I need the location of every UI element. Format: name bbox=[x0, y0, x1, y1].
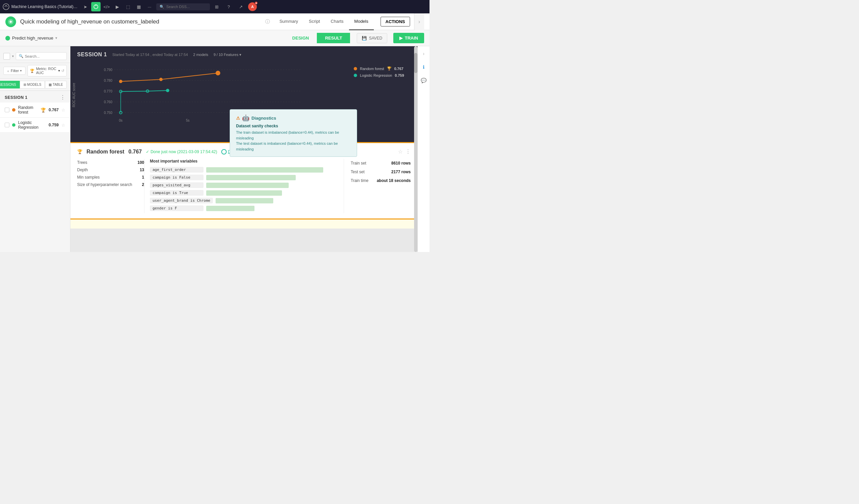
sidebar: ▾ 🔍 ⬦ Filter ▾ 🏆 Metric: ROC AUC ▾ ↺ ≡ bbox=[0, 46, 71, 252]
session-menu-button[interactable]: ⋮ bbox=[60, 94, 65, 101]
diagnostics-popup: ⚠ 🤖 Diagnostics Dataset sanity checks Th… bbox=[230, 109, 357, 157]
var-bar-5 bbox=[206, 206, 255, 211]
models-view-btn[interactable]: ⊞ MODELS bbox=[20, 81, 45, 89]
tab-charts[interactable]: Charts bbox=[325, 13, 349, 30]
trending-icon[interactable]: ↗ bbox=[236, 2, 245, 11]
nav-play-icon[interactable]: ▶ bbox=[112, 2, 122, 11]
param-depth-label: Depth bbox=[77, 168, 88, 172]
nav-table-icon[interactable]: ▦ bbox=[134, 2, 144, 11]
y-axis-label: ROC AUC score bbox=[72, 83, 76, 107]
vars-title: Most important variables bbox=[150, 159, 344, 164]
model-params: Trees 100 Depth 13 Min samples 1 Size of… bbox=[77, 159, 144, 213]
right-arrow-icon[interactable]: › bbox=[419, 49, 428, 58]
tab-script[interactable]: Script bbox=[303, 13, 325, 30]
star-icon-rf[interactable]: ☆ bbox=[61, 108, 65, 112]
diagnostics-subtitle: Dataset sanity checks bbox=[236, 124, 351, 128]
filter-button[interactable]: ⬦ Filter ▾ bbox=[3, 67, 26, 75]
global-search[interactable]: 🔍 bbox=[156, 3, 210, 10]
rf-point-3 bbox=[215, 71, 220, 75]
grid-icon[interactable]: ⊞ bbox=[212, 2, 221, 11]
chart-area: ROC AUC score 0.790 0.780 0.770 0.760 0.… bbox=[77, 63, 411, 137]
stat-train-time: Train time about 18 seconds bbox=[351, 176, 411, 185]
train-button[interactable]: ▶ TRAIN bbox=[393, 33, 424, 43]
scrollbar-thumb[interactable] bbox=[414, 53, 418, 73]
model-item-logistic[interactable]: Logistic Regression 0.759 ☆ bbox=[0, 118, 70, 133]
robot-icon: 🤖 bbox=[242, 114, 250, 122]
help-icon[interactable]: ? bbox=[224, 2, 233, 11]
user-avatar[interactable]: A 4 bbox=[248, 2, 257, 11]
search-input[interactable] bbox=[166, 5, 207, 9]
select-all-checkbox[interactable] bbox=[3, 53, 10, 60]
bottom-card-hint bbox=[71, 218, 418, 229]
table-label: TABLE bbox=[52, 83, 63, 87]
chevron-down-icon[interactable]: ▾ bbox=[55, 36, 57, 40]
right-info-icon[interactable]: ℹ bbox=[419, 62, 428, 72]
saved-label: SAVED bbox=[369, 36, 382, 41]
sidebar-toolbar: ▾ 🔍 bbox=[0, 50, 70, 63]
nav-refresh-icon[interactable] bbox=[91, 2, 101, 11]
lr-point-3 bbox=[166, 89, 169, 92]
sidebar-search[interactable]: 🔍 bbox=[16, 52, 67, 60]
nav-code-icon[interactable]: </> bbox=[102, 2, 111, 11]
nav-arrow-icon[interactable]: ➤ bbox=[80, 2, 90, 11]
model-checkbox-lr[interactable] bbox=[5, 123, 10, 127]
model-checkbox-rf[interactable] bbox=[5, 108, 10, 112]
svg-text:0s: 0s bbox=[119, 119, 123, 122]
main-content: ▾ 🔍 ⬦ Filter ▾ 🏆 Metric: ROC AUC ▾ ↺ ≡ bbox=[0, 46, 430, 252]
rf-point-1 bbox=[119, 80, 122, 83]
chevron-down-icon[interactable]: ▾ bbox=[12, 54, 14, 58]
var-bar-2 bbox=[206, 183, 289, 188]
tab-summary[interactable]: Summary bbox=[274, 13, 303, 30]
param-min-samples-value: 1 bbox=[142, 175, 144, 180]
menu-icon-card[interactable]: ⋮ bbox=[405, 149, 411, 155]
collapse-arrow[interactable]: › bbox=[414, 13, 424, 30]
rf-point-2 bbox=[159, 78, 163, 81]
table-icon: ▦ bbox=[49, 83, 51, 87]
design-button[interactable]: DESIGN bbox=[284, 33, 317, 43]
app-title: Machine Learning Basics (Tutorial) for A… bbox=[11, 4, 78, 9]
session-features[interactable]: 9 / 10 Features ▾ bbox=[214, 52, 241, 57]
nav-more-icon[interactable]: ··· bbox=[145, 2, 154, 11]
param-hyperparams: Size of hyperparameter search 2 bbox=[77, 181, 144, 188]
param-trees-label: Trees bbox=[77, 160, 87, 165]
info-icon[interactable]: ⓘ bbox=[265, 19, 270, 25]
result-button[interactable]: RESULT bbox=[317, 33, 350, 43]
param-depth-value: 13 bbox=[140, 168, 144, 172]
svg-text:0.760: 0.760 bbox=[104, 100, 112, 104]
table-view-btn[interactable]: ▦ TABLE bbox=[45, 81, 67, 89]
star-icon-lr[interactable]: ☆ bbox=[61, 123, 65, 128]
var-bar-4 bbox=[215, 198, 273, 203]
card-done: ✓ Done just now (2021-03-09 17:54:42) bbox=[146, 150, 217, 154]
metric-label: Metric: ROC AUC bbox=[36, 67, 57, 75]
var-row-0: age_first_order bbox=[150, 167, 344, 172]
diagnostics-line-1: The test dataset is imbalanced (balance=… bbox=[236, 141, 351, 152]
filter-chevron: ▾ bbox=[20, 69, 22, 72]
page-title: Quick modeling of high_revenue on custom… bbox=[20, 18, 261, 25]
dss-logo bbox=[5, 16, 16, 27]
sessions-view-btn[interactable]: ≡ SESSIONS bbox=[0, 81, 20, 89]
card-score: 0.767 bbox=[129, 149, 142, 155]
star-icon-card[interactable]: ☆ bbox=[398, 149, 403, 155]
refresh-icon[interactable]: ↺ bbox=[61, 69, 64, 73]
right-chat-icon[interactable]: 💬 bbox=[419, 76, 428, 85]
model-item-random-forest[interactable]: Random forest 🏆 0.767 ☆ bbox=[0, 103, 70, 118]
diagnostics-line-0: The train dataset is imbalanced (balance… bbox=[236, 130, 351, 141]
tab-models[interactable]: Models bbox=[349, 13, 374, 30]
predict-text: Predict high_revenue bbox=[12, 35, 53, 41]
legend-name-lr: Logistic Regression bbox=[360, 73, 392, 77]
header-bar: Quick modeling of high_revenue on custom… bbox=[0, 13, 430, 30]
stat-train-time-label: Train time bbox=[351, 178, 368, 183]
scrollbar-track[interactable] bbox=[414, 46, 418, 252]
param-hyperparams-value: 2 bbox=[142, 182, 144, 187]
var-label-4: user_agent_brand is Chrome bbox=[150, 198, 213, 203]
actions-button[interactable]: ACTIONS bbox=[380, 17, 410, 27]
model-dot-lr bbox=[12, 123, 15, 127]
stat-test-set: Test set 2177 rows bbox=[351, 168, 411, 176]
sidebar-search-input[interactable] bbox=[25, 54, 64, 58]
nav-print-icon[interactable]: ⬚ bbox=[123, 2, 133, 11]
right-sidebar: › ℹ 💬 bbox=[418, 46, 430, 252]
saved-button[interactable]: 💾 SAVED bbox=[357, 33, 387, 43]
legend-score-rf: 0.767 bbox=[394, 67, 404, 71]
card-actions: ☆ ⋮ bbox=[398, 149, 411, 155]
metric-selector[interactable]: 🏆 Metric: ROC AUC ▾ ↺ bbox=[28, 65, 67, 76]
